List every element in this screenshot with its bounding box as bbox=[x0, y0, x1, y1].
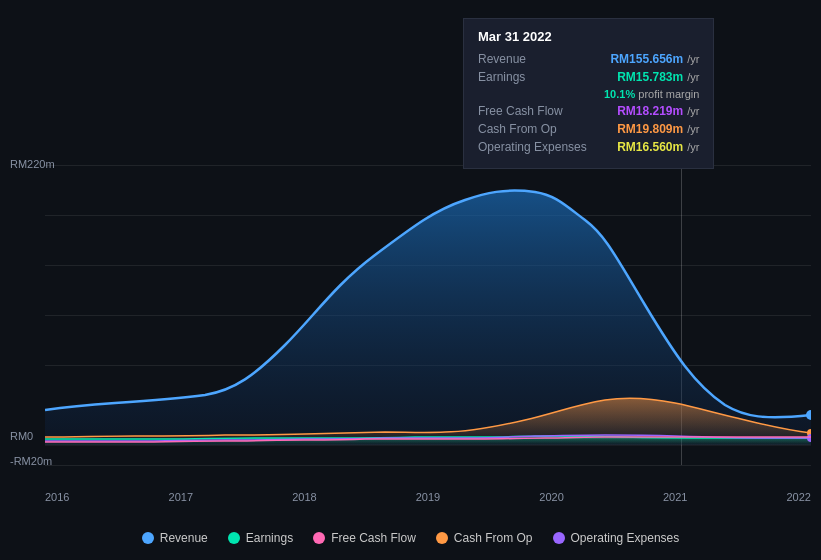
x-label-2017: 2017 bbox=[169, 491, 193, 503]
legend-item-opex[interactable]: Operating Expenses bbox=[553, 531, 680, 545]
legend-label-fcf: Free Cash Flow bbox=[331, 531, 416, 545]
x-label-2021: 2021 bbox=[663, 491, 687, 503]
x-label-2018: 2018 bbox=[292, 491, 316, 503]
y-label-zero: RM0 bbox=[10, 430, 33, 442]
tooltip-earnings-row: Earnings RM15.783m/yr bbox=[478, 70, 699, 84]
x-label-2020: 2020 bbox=[539, 491, 563, 503]
chart-legend: Revenue Earnings Free Cash Flow Cash Fro… bbox=[0, 531, 821, 545]
legend-label-cashfromop: Cash From Op bbox=[454, 531, 533, 545]
tooltip-earnings-value: RM15.783m/yr bbox=[617, 70, 699, 84]
tooltip-cashfromop-label: Cash From Op bbox=[478, 122, 588, 136]
x-label-2019: 2019 bbox=[416, 491, 440, 503]
tooltip-profit-margin-row: 10.1% profit margin bbox=[478, 88, 699, 100]
tooltip-profit-margin: 10.1% profit margin bbox=[604, 88, 699, 100]
tooltip-opex-row: Operating Expenses RM16.560m/yr bbox=[478, 140, 699, 154]
tooltip-cashfromop-value: RM19.809m/yr bbox=[617, 122, 699, 136]
tooltip-fcf-label: Free Cash Flow bbox=[478, 104, 588, 118]
tooltip-date: Mar 31 2022 bbox=[478, 29, 699, 44]
tooltip-revenue-label: Revenue bbox=[478, 52, 588, 66]
tooltip-opex-value: RM16.560m/yr bbox=[617, 140, 699, 154]
tooltip-fcf-value: RM18.219m/yr bbox=[617, 104, 699, 118]
legend-dot-fcf bbox=[313, 532, 325, 544]
legend-dot-cashfromop bbox=[436, 532, 448, 544]
tooltip-revenue-value: RM155.656m/yr bbox=[610, 52, 699, 66]
legend-dot-opex bbox=[553, 532, 565, 544]
tooltip-cashfromop-row: Cash From Op RM19.809m/yr bbox=[478, 122, 699, 136]
x-label-2022: 2022 bbox=[786, 491, 810, 503]
tooltip-earnings-label: Earnings bbox=[478, 70, 588, 84]
chart-container: RM220m RM0 -RM20m bbox=[0, 0, 821, 560]
data-tooltip: Mar 31 2022 Revenue RM155.656m/yr Earnin… bbox=[463, 18, 714, 169]
legend-label-revenue: Revenue bbox=[160, 531, 208, 545]
legend-label-opex: Operating Expenses bbox=[571, 531, 680, 545]
tooltip-opex-label: Operating Expenses bbox=[478, 140, 588, 154]
tooltip-fcf-row: Free Cash Flow RM18.219m/yr bbox=[478, 104, 699, 118]
chart-svg bbox=[45, 155, 811, 485]
legend-item-fcf[interactable]: Free Cash Flow bbox=[313, 531, 416, 545]
x-axis: 2016 2017 2018 2019 2020 2021 2022 bbox=[45, 491, 811, 503]
legend-label-earnings: Earnings bbox=[246, 531, 293, 545]
x-label-2016: 2016 bbox=[45, 491, 69, 503]
legend-dot-earnings bbox=[228, 532, 240, 544]
tooltip-revenue-row: Revenue RM155.656m/yr bbox=[478, 52, 699, 66]
legend-item-cashfromop[interactable]: Cash From Op bbox=[436, 531, 533, 545]
legend-dot-revenue bbox=[142, 532, 154, 544]
legend-item-earnings[interactable]: Earnings bbox=[228, 531, 293, 545]
legend-item-revenue[interactable]: Revenue bbox=[142, 531, 208, 545]
